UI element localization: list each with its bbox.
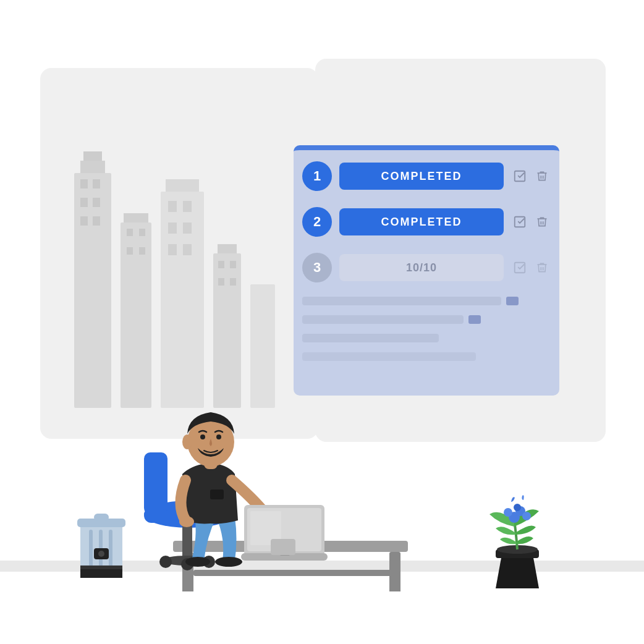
svg-rect-11 <box>127 229 133 236</box>
svg-rect-16 <box>166 179 199 192</box>
svg-rect-10 <box>124 213 148 222</box>
task-row-1: 1 COMPLETED <box>302 158 551 195</box>
svg-rect-17 <box>168 201 177 212</box>
task-row-3: 3 10/10 <box>302 249 551 286</box>
svg-rect-3 <box>80 179 88 189</box>
svg-rect-41 <box>182 522 192 559</box>
svg-rect-31 <box>515 217 525 227</box>
content-bar-tiny-2 <box>468 315 481 324</box>
svg-rect-37 <box>193 570 400 576</box>
svg-point-53 <box>200 434 205 439</box>
svg-point-68 <box>514 504 521 511</box>
svg-rect-18 <box>183 201 192 212</box>
edit-icon-3[interactable] <box>511 259 528 276</box>
svg-rect-77 <box>80 566 122 569</box>
svg-rect-12 <box>139 229 145 236</box>
svg-rect-1 <box>80 161 105 173</box>
svg-point-65 <box>504 508 512 517</box>
svg-point-67 <box>522 512 531 520</box>
svg-rect-26 <box>230 261 236 268</box>
task-badge-1: COMPLETED <box>339 163 504 190</box>
plant-illustration <box>480 480 561 591</box>
svg-point-54 <box>216 434 221 439</box>
svg-point-50 <box>179 516 194 527</box>
svg-rect-14 <box>139 247 145 255</box>
content-bar-3 <box>302 334 439 342</box>
svg-rect-48 <box>210 489 224 499</box>
svg-rect-13 <box>127 247 133 255</box>
content-bars <box>302 295 551 363</box>
svg-rect-30 <box>515 171 525 182</box>
svg-rect-20 <box>183 222 192 234</box>
svg-rect-75 <box>109 530 112 572</box>
svg-rect-40 <box>144 452 167 514</box>
delete-icon-3[interactable] <box>533 259 551 276</box>
svg-rect-27 <box>218 278 224 286</box>
content-bar-tiny-1 <box>506 297 519 305</box>
svg-rect-2 <box>83 151 102 161</box>
task-icons-1 <box>511 167 551 185</box>
svg-rect-22 <box>183 244 192 255</box>
edit-icon-2[interactable] <box>511 213 528 231</box>
svg-rect-28 <box>230 278 236 286</box>
svg-point-46 <box>185 557 210 567</box>
delete-icon-2[interactable] <box>533 213 551 231</box>
content-bar-1 <box>302 297 501 305</box>
task-number-1: 1 <box>302 161 332 191</box>
edit-icon-1[interactable] <box>511 167 528 185</box>
task-number-3: 3 <box>302 253 332 282</box>
delete-icon-1[interactable] <box>533 167 551 185</box>
bin-illustration <box>74 511 130 591</box>
svg-point-43 <box>159 556 172 568</box>
svg-rect-7 <box>80 216 88 226</box>
svg-rect-24 <box>218 244 237 253</box>
bar-row-3 <box>302 332 551 344</box>
scene: 1 COMPLETED <box>0 0 644 644</box>
bar-row-1 <box>302 295 551 307</box>
task-icons-3 <box>511 259 551 276</box>
content-bar-2 <box>302 315 464 324</box>
svg-point-79 <box>98 551 104 557</box>
svg-rect-73 <box>89 530 93 572</box>
svg-rect-6 <box>93 198 100 207</box>
bar-row-2 <box>302 313 551 326</box>
task-number-2: 2 <box>302 207 332 237</box>
task-icons-2 <box>511 213 551 231</box>
svg-point-47 <box>215 557 242 567</box>
svg-rect-5 <box>80 198 88 207</box>
svg-rect-61 <box>271 539 295 555</box>
svg-rect-32 <box>515 263 525 273</box>
svg-point-55 <box>182 434 192 449</box>
svg-rect-21 <box>168 244 177 255</box>
svg-rect-72 <box>94 514 109 521</box>
svg-rect-25 <box>218 261 224 268</box>
svg-rect-8 <box>93 216 100 226</box>
svg-rect-4 <box>93 179 100 189</box>
svg-rect-19 <box>168 222 177 234</box>
task-badge-3: 10/10 <box>339 254 504 281</box>
task-badge-2: COMPLETED <box>339 208 504 235</box>
task-row-2: 2 COMPLETED <box>302 203 551 240</box>
